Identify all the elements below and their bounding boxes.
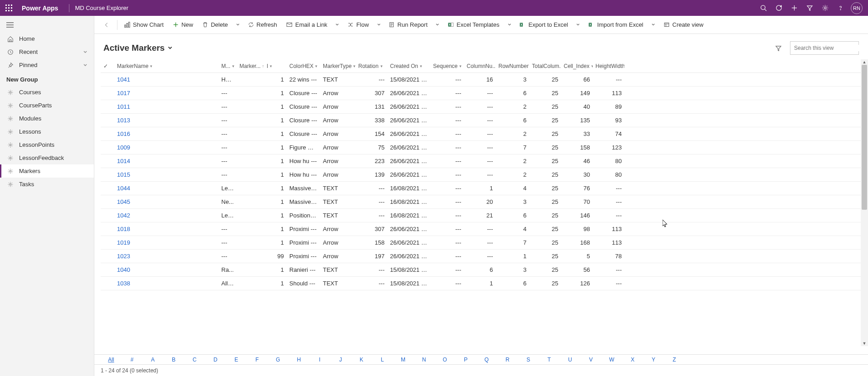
alpha-n[interactable]: N	[414, 357, 434, 363]
sidebar-item-lessonpoints[interactable]: LessonPoints	[0, 138, 94, 151]
alpha-b[interactable]: B	[163, 357, 184, 363]
scroll-down-icon[interactable]: ▼	[861, 341, 868, 346]
chevron-down-icon[interactable]: ▾	[420, 64, 422, 68]
table-row[interactable]: 1011---1Closure ---Arrow13126/06/2021 1.…	[101, 100, 862, 114]
table-row[interactable]: 1018---1Proximi ---Arrow30726/06/2021 1.…	[101, 222, 862, 236]
cell-colorhex[interactable]: How hu ---	[287, 158, 320, 164]
cell-colorhex[interactable]: 22 wins ---	[287, 76, 320, 83]
search-box[interactable]	[790, 41, 859, 55]
alpha-p[interactable]: P	[455, 357, 476, 363]
table-row[interactable]: 1016---1Closure ---Arrow15426/06/2021 1.…	[101, 127, 862, 141]
alpha-v[interactable]: V	[580, 357, 601, 363]
cell-markername[interactable]: 1013	[114, 117, 219, 124]
scroll-up-icon[interactable]: ▲	[861, 59, 868, 65]
col-rownumber[interactable]: RowNumber▾	[496, 63, 529, 69]
cell-colorhex[interactable]: Closure ---	[287, 103, 320, 110]
col-colorhex[interactable]: ColorHEX▾	[287, 63, 320, 69]
flow-button[interactable]: Flow	[343, 16, 373, 34]
cell-colorhex[interactable]: Proximi ---	[287, 239, 320, 246]
table-row[interactable]: 1014---1How hu ---Arrow22326/06/2021 1..…	[101, 154, 862, 168]
cell-markername[interactable]: 1011	[114, 103, 219, 110]
sidebar-item-lessons[interactable]: Lessons	[0, 125, 94, 138]
select-all[interactable]: ✓	[101, 63, 114, 69]
cell-colorhex[interactable]: Closure ---	[287, 130, 320, 137]
table-row[interactable]: 1023---99Proximi ---Arrow19726/06/2021 2…	[101, 250, 862, 263]
back-button[interactable]	[98, 22, 115, 28]
search-input[interactable]	[794, 45, 862, 51]
sidebar-item-tasks[interactable]: Tasks	[0, 178, 94, 191]
alpha-a[interactable]: A	[142, 357, 163, 363]
alpha-e[interactable]: E	[226, 357, 247, 363]
col-sequence[interactable]: Sequence▾	[430, 63, 464, 69]
sidebar-item-modules[interactable]: Modules	[0, 112, 94, 125]
cell-colorhex[interactable]: Position ---	[287, 212, 320, 219]
cell-colorhex[interactable]: Proximi ---	[287, 226, 320, 232]
col-cellindex[interactable]: Cell_Index▾	[561, 63, 593, 69]
cell-markername[interactable]: 1016	[114, 130, 219, 137]
col-createdon[interactable]: Created On▾	[387, 63, 430, 69]
sidebar-home[interactable]: Home	[0, 32, 94, 45]
cell-markername[interactable]: 1038	[114, 280, 219, 287]
sidebar-item-markers[interactable]: Markers	[0, 164, 94, 178]
alpha-c[interactable]: C	[184, 357, 205, 363]
cell-colorhex[interactable]: Ranieri ---	[287, 266, 320, 273]
flow-dropdown[interactable]	[373, 16, 384, 34]
col-columnnum[interactable]: ColumnNu...▾	[464, 63, 496, 69]
cell-markername[interactable]: 1042	[114, 212, 219, 219]
sidebar-toggle[interactable]	[0, 18, 94, 32]
alpha-t[interactable]: T	[539, 357, 560, 363]
refresh-button[interactable]: Refresh	[244, 16, 282, 34]
app-name[interactable]: MD Course Explorer	[75, 5, 128, 11]
chevron-down-icon[interactable]: ▾	[459, 64, 462, 68]
table-row[interactable]: 1015---1How hu ---Arrow13926/06/2021 1..…	[101, 168, 862, 182]
excel-tpl-dropdown[interactable]	[504, 16, 515, 34]
sidebar-item-lessonfeedback[interactable]: LessonFeedback	[0, 151, 94, 164]
delete-dropdown[interactable]	[233, 16, 244, 34]
settings-icon[interactable]	[817, 0, 833, 16]
cell-colorhex[interactable]: Proximi ---	[287, 253, 320, 260]
filter-icon[interactable]	[802, 0, 817, 16]
show-chart-button[interactable]: Show Chart	[119, 16, 168, 34]
waffle-icon[interactable]	[5, 5, 13, 12]
col-heightwidth[interactable]: HeightWidth▾	[593, 63, 624, 69]
table-row[interactable]: 1041He'...122 wins ---TEXT---15/08/2021 …	[101, 73, 862, 87]
cell-markername[interactable]: 1018	[114, 226, 219, 232]
cell-markername[interactable]: 1017	[114, 90, 219, 96]
chevron-down-icon[interactable]: ▾	[380, 64, 383, 68]
cell-markername[interactable]: 1044	[114, 185, 219, 192]
table-row[interactable]: 1042Lei...1Position ---TEXT---16/08/2021…	[101, 209, 862, 222]
email-dropdown[interactable]	[332, 16, 343, 34]
target-icon[interactable]	[771, 0, 786, 16]
cell-markername[interactable]: 1015	[114, 171, 219, 178]
import-excel-button[interactable]: XImport from Excel	[584, 16, 648, 34]
alpha-all[interactable]: All	[101, 357, 122, 363]
col-rotation[interactable]: Rotation▾	[356, 63, 387, 69]
chevron-down-icon[interactable]: ▾	[270, 64, 272, 68]
brand-label[interactable]: Power Apps	[22, 5, 58, 12]
col-marker[interactable]: Marker...↑▾	[237, 63, 264, 69]
report-dropdown[interactable]	[432, 16, 443, 34]
cell-markername[interactable]: 1014	[114, 158, 219, 164]
table-row[interactable]: 1017---1Closure ---Arrow30726/06/2021 1.…	[101, 87, 862, 100]
chevron-down-icon[interactable]: ▾	[232, 64, 234, 68]
alpha-s[interactable]: S	[518, 357, 539, 363]
vertical-scrollbar[interactable]: ▲ ▼	[861, 59, 868, 346]
alpha-g[interactable]: G	[268, 357, 288, 363]
col-i[interactable]: I▾	[264, 63, 287, 69]
cell-colorhex[interactable]: Figure C ---	[287, 144, 320, 151]
new-button[interactable]: New	[168, 16, 198, 34]
alpha-o[interactable]: O	[434, 357, 455, 363]
export-excel-button[interactable]: XExport to Excel	[515, 16, 572, 34]
alpha-j[interactable]: J	[330, 357, 351, 363]
user-avatar[interactable]: RN	[851, 2, 863, 14]
alpha-f[interactable]: F	[247, 357, 268, 363]
email-link-button[interactable]: Email a Link	[282, 16, 332, 34]
import-dropdown[interactable]	[648, 16, 659, 34]
sidebar-item-courses[interactable]: Courses	[0, 86, 94, 99]
help-icon[interactable]	[833, 0, 848, 16]
alpha-h[interactable]: H	[288, 357, 309, 363]
alpha-q[interactable]: Q	[476, 357, 497, 363]
table-row[interactable]: 1013---1Closure ---Arrow33826/06/2021 1.…	[101, 114, 862, 127]
alpha-z[interactable]: Z	[664, 357, 685, 363]
alpha-d[interactable]: D	[205, 357, 226, 363]
